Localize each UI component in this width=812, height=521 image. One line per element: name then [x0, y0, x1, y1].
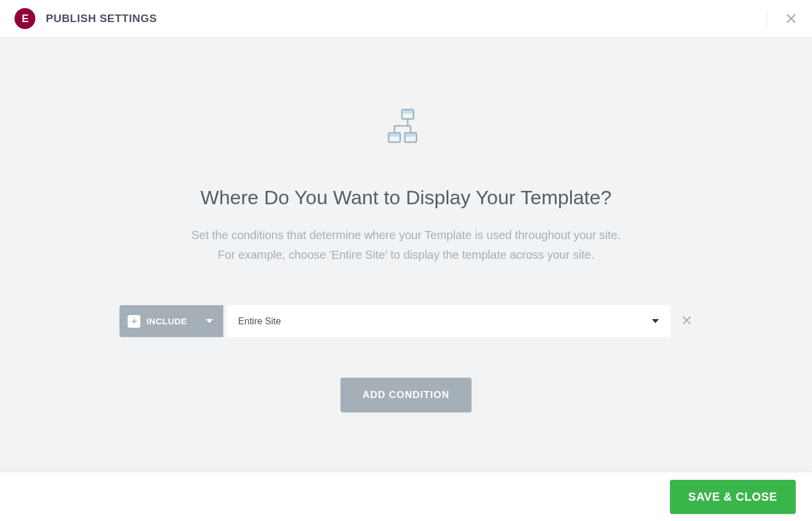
- add-condition-button[interactable]: ADD CONDITION: [340, 378, 472, 413]
- description-text: Set the conditions that determine where …: [191, 225, 621, 265]
- condition-mode-label: INCLUDE: [146, 316, 187, 326]
- close-button[interactable]: [767, 10, 798, 27]
- condition-location-value: Entire Site: [238, 316, 281, 327]
- modal-header: E PUBLISH SETTINGS: [0, 0, 812, 38]
- modal-content: Where Do You Want to Display Your Templa…: [0, 38, 812, 472]
- close-icon: [785, 12, 798, 25]
- remove-condition-button[interactable]: [681, 314, 693, 328]
- page-title: PUBLISH SETTINGS: [46, 12, 157, 25]
- condition-mode-dropdown[interactable]: + INCLUDE: [119, 305, 223, 337]
- save-close-button[interactable]: SAVE & CLOSE: [670, 480, 796, 514]
- condition-location-dropdown[interactable]: Entire Site: [227, 305, 670, 337]
- close-icon: [681, 314, 693, 326]
- svg-rect-7: [406, 134, 416, 137]
- modal-footer: SAVE & CLOSE: [0, 472, 812, 521]
- plus-icon: +: [128, 315, 140, 328]
- description-line-1: Set the conditions that determine where …: [191, 225, 621, 245]
- svg-rect-5: [390, 134, 400, 137]
- description-line-2: For example, choose 'Entire Site' to dis…: [191, 245, 621, 265]
- svg-rect-3: [403, 111, 413, 114]
- condition-row: + INCLUDE Entire Site: [119, 305, 692, 337]
- chevron-down-icon: [652, 319, 659, 323]
- elementor-logo-icon: E: [14, 8, 35, 29]
- sitemap-icon: [385, 107, 427, 151]
- main-heading: Where Do You Want to Display Your Templa…: [201, 186, 612, 209]
- chevron-down-icon: [206, 319, 213, 323]
